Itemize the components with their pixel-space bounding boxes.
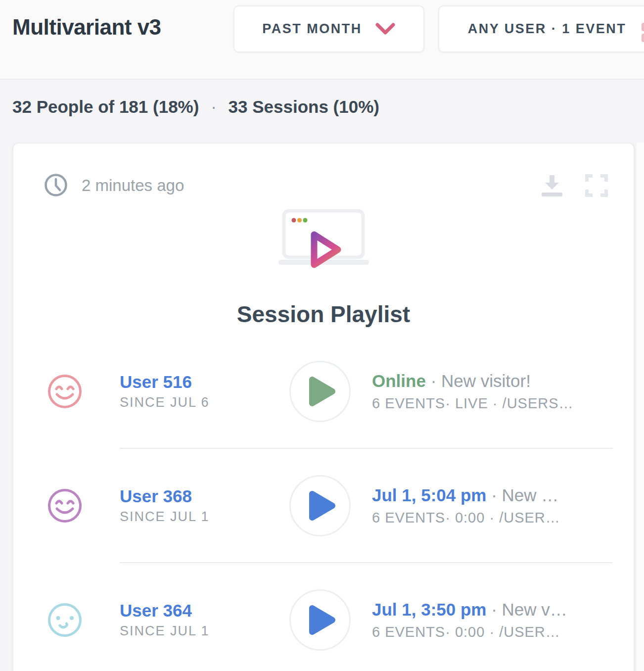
card-toolbar: 2 minutes ago xyxy=(13,144,634,203)
user-info: User 364 SINCE JUL 1 xyxy=(120,601,289,639)
session-rows: User 516 SINCE JUL 6 Online · New visito… xyxy=(13,335,634,671)
session-playlist-card: 2 minutes ago xyxy=(12,143,635,671)
playlist-title: Session Playlist xyxy=(13,301,634,328)
session-note: · New … xyxy=(486,485,558,505)
date-range-button[interactable]: PAST MONTH xyxy=(233,5,424,52)
session-status: Online xyxy=(372,371,426,390)
mood-face-icon xyxy=(47,488,83,524)
play-triangle-icon xyxy=(312,608,332,632)
clock-icon xyxy=(44,173,68,197)
session-row: User 364 SINCE JUL 1 Jul 1, 3:50 pm · Ne… xyxy=(13,563,634,671)
since-label: SINCE JUL 6 xyxy=(120,395,289,410)
right-strip xyxy=(637,143,644,671)
user-event-filter-label: ANY USER · 1 EVENT xyxy=(468,21,627,37)
page-title: Multivariant v3 xyxy=(12,15,161,40)
mood-face-icon xyxy=(47,602,83,638)
session-note: · New v… xyxy=(486,600,567,619)
session-meta: 6 EVENTS· 0:00 · /USER… xyxy=(372,624,614,640)
play-triangle-icon xyxy=(312,494,332,518)
stats-separator: · xyxy=(204,97,224,116)
session-row: User 368 SINCE JUL 1 Jul 1, 5:04 pm · Ne… xyxy=(13,449,634,562)
user-event-filter-button[interactable]: ANY USER · 1 EVENT xyxy=(438,5,644,52)
browser-window xyxy=(284,211,363,257)
chevron-down-icon xyxy=(375,23,396,36)
fullscreen-icon[interactable] xyxy=(585,174,608,197)
session-info: Online · New visitor! 6 EVENTS· LIVE · /… xyxy=(372,371,614,412)
download-icon[interactable] xyxy=(541,174,563,197)
funnel-stats: 32 People of 181 (18%) · 33 Sessions (10… xyxy=(12,97,379,117)
session-info: Jul 1, 5:04 pm · New … 6 EVENTS· 0:00 · … xyxy=(372,485,614,526)
user-link[interactable]: User 516 xyxy=(120,372,289,392)
mood-face-icon xyxy=(47,374,83,409)
session-status: Jul 1, 5:04 pm xyxy=(372,485,486,505)
play-session-button[interactable] xyxy=(289,589,351,651)
session-note: · New visitor! xyxy=(426,371,531,390)
user-info: User 368 SINCE JUL 1 xyxy=(120,486,289,525)
sessions-stat: 33 Sessions (10%) xyxy=(229,97,379,116)
user-info: User 516 SINCE JUL 6 xyxy=(120,372,289,410)
top-bar: Multivariant v3 PAST MONTH ANY USER · 1 … xyxy=(0,0,644,80)
user-link[interactable]: User 368 xyxy=(120,486,289,506)
play-session-button[interactable] xyxy=(289,361,351,422)
since-label: SINCE JUL 1 xyxy=(120,623,289,639)
since-label: SINCE JUL 1 xyxy=(120,509,289,525)
date-range-label: PAST MONTH xyxy=(262,21,362,37)
session-row: User 516 SINCE JUL 6 Online · New visito… xyxy=(13,335,634,448)
cutoff-filter-icon[interactable] xyxy=(642,23,644,45)
play-triangle-icon xyxy=(312,380,332,403)
session-info: Jul 1, 3:50 pm · New v… 6 EVENTS· 0:00 ·… xyxy=(372,600,614,640)
last-updated-text: 2 minutes ago xyxy=(82,176,184,195)
play-session-button[interactable] xyxy=(289,475,351,536)
people-stat: 32 People of 181 (18%) xyxy=(12,97,199,116)
session-player-illustration xyxy=(271,209,374,278)
session-meta: 6 EVENTS· LIVE · /USERS… xyxy=(372,395,614,412)
user-link[interactable]: User 364 xyxy=(120,601,289,621)
session-meta: 6 EVENTS· 0:00 · /USER… xyxy=(372,510,614,526)
session-status: Jul 1, 3:50 pm xyxy=(372,600,486,619)
